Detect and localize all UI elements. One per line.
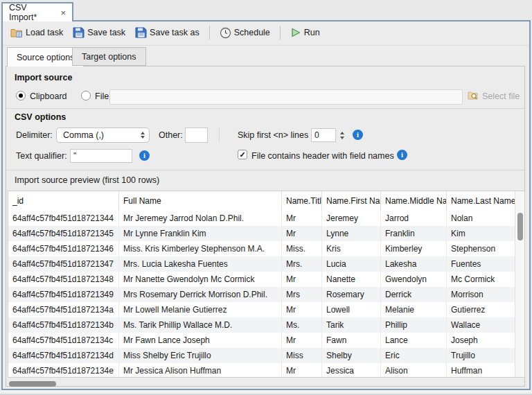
table-cell: 64aff4c57fb4f51d1872134e [8, 363, 119, 378]
table-header-row: _idFull NameName.TitleName.First NameNam… [8, 191, 515, 211]
table-cell: Gwendolyn [381, 272, 447, 287]
save-task-button[interactable]: Save task [68, 27, 130, 38]
delimiter-select[interactable]: Comma (,) [56, 128, 150, 143]
stepper-up-icon[interactable] [340, 132, 344, 134]
table-cell: Trujillo [447, 348, 515, 363]
section-divider [6, 170, 524, 170]
table-row[interactable]: 64aff4c57fb4f51d18721349Mrs Rosemary Der… [8, 287, 515, 302]
select-file-icon [468, 90, 479, 103]
skip-lines-stepper[interactable] [337, 128, 346, 142]
header-row-info-icon[interactable]: i [397, 150, 407, 160]
table-cell: Mr Lowell Melanie Gutierrez [119, 302, 282, 317]
table-cell: Phillip [381, 317, 447, 333]
table-cell: Kim [447, 226, 515, 241]
table-cell: Mr [282, 302, 322, 317]
header-row-checkbox-label: File contains header with field names [251, 151, 394, 161]
run-play-icon [290, 27, 301, 38]
table-cell: Lakesha [381, 256, 447, 272]
table-cell: Mrs. Lucia Lakesha Fuentes [119, 256, 282, 272]
schedule-button[interactable]: Schedule [215, 27, 275, 39]
table-cell: Mr Lynne Franklin Kim [119, 226, 282, 241]
table-cell: Melanie [381, 302, 447, 317]
table-cell: 64aff4c57fb4f51d18721345 [8, 226, 119, 241]
text-qualifier-info-icon[interactable]: i [139, 150, 150, 161]
header-row-checkbox[interactable]: ✓ [238, 150, 247, 159]
table-cell: Lance [381, 333, 447, 348]
table-cell: Kris [322, 241, 381, 256]
table-cell: Ms. Tarik Phillip Wallace M.D. [119, 317, 282, 333]
column-header[interactable]: _id [8, 191, 119, 211]
stepper-down-icon[interactable] [340, 137, 344, 139]
file-radio-label: File [95, 91, 109, 101]
schedule-clock-icon [220, 27, 231, 39]
save-task-icon [73, 27, 85, 38]
table-cell: Lynne [322, 226, 381, 241]
run-button[interactable]: Run [285, 27, 325, 38]
tab-target-options[interactable]: Target options [72, 47, 146, 66]
table-cell: Ms. [282, 317, 322, 333]
select-file-button[interactable]: Select file [468, 90, 520, 103]
other-delimiter-input[interactable] [185, 128, 208, 143]
table-row[interactable]: 64aff4c57fb4f51d1872134cMr Fawn Lance Jo… [8, 333, 515, 348]
vertical-scrollbar-thumb[interactable] [517, 213, 523, 240]
table-cell: Nanette [322, 272, 381, 287]
table-cell: 64aff4c57fb4f51d18721348 [8, 272, 119, 287]
save-task-as-button[interactable]: Save task as [130, 27, 204, 38]
table-row[interactable]: 64aff4c57fb4f51d1872134aMr Lowell Melani… [8, 302, 515, 317]
table-cell: 64aff4c57fb4f51d18721347 [8, 256, 119, 272]
table-cell: Nolan [447, 211, 515, 226]
column-header[interactable]: Full Name [119, 191, 282, 211]
table-row[interactable]: 64aff4c57fb4f51d18721348Mr Nanette Gwend… [8, 272, 515, 287]
text-qualifier-input[interactable]: " [70, 149, 132, 163]
csv-options-heading: CSV options [15, 112, 66, 122]
file-radio[interactable] [81, 91, 91, 100]
table-cell: Mc Cormick [447, 272, 515, 287]
table-cell: Mr [282, 211, 322, 226]
preview-caption: Import source preview (first 100 rows) [15, 175, 159, 185]
column-header[interactable]: Name.First Name [322, 191, 381, 211]
table-cell: 64aff4c57fb4f51d18721349 [8, 287, 119, 302]
tab-target-options-label: Target options [82, 52, 136, 62]
load-task-button[interactable]: Load task [6, 27, 68, 38]
table-cell: Mr Fawn Lance Joseph [119, 333, 282, 348]
table-row[interactable]: 64aff4c57fb4f51d1872134bMs. Tarik Philli… [8, 317, 515, 333]
table-cell: Wallace [447, 317, 515, 333]
text-qualifier-label: Text qualifier: [16, 151, 67, 161]
skip-lines-label: Skip first <n> lines : [238, 130, 313, 140]
table-row[interactable]: 64aff4c57fb4f51d18721345Mr Lynne Frankli… [8, 226, 515, 241]
column-header[interactable]: Name.Middle Name [381, 191, 447, 211]
table-cell: Derrick [381, 287, 447, 302]
table-cell: Stephenson [447, 241, 515, 256]
table-cell: Lucia [322, 256, 381, 272]
vertical-scrollbar[interactable] [515, 191, 524, 377]
table-cell: Miss. Kris Kimberley Stephenson M.A. [119, 241, 282, 256]
table-row[interactable]: 64aff4c57fb4f51d18721346Miss. Kris Kimbe… [8, 241, 515, 256]
window-bottom-edge [0, 390, 532, 395]
table-cell: Mrs Rosemary Derrick Morrison D.Phil. [119, 287, 282, 302]
table-cell: Mr [282, 226, 322, 241]
table-cell: Miss. [282, 241, 322, 256]
table-cell: Mr [282, 272, 322, 287]
column-header[interactable]: Name.Last Name [447, 191, 515, 211]
table-row[interactable]: 64aff4c57fb4f51d1872134dMiss Shelby Eric… [8, 348, 515, 363]
table-row[interactable]: 64aff4c57fb4f51d18721347Mrs. Lucia Lakes… [8, 256, 515, 272]
table-cell: Lowell [322, 302, 381, 317]
table-cell: Alison [381, 363, 447, 378]
table-cell: 64aff4c57fb4f51d1872134c [8, 333, 119, 348]
clipboard-radio-label: Clipboard [30, 91, 67, 101]
save-task-as-label: Save task as [150, 28, 200, 37]
run-label: Run [304, 28, 320, 37]
skip-lines-info-icon[interactable]: i [353, 130, 363, 140]
table-row[interactable]: 64aff4c57fb4f51d18721344Mr Jeremey Jarro… [8, 211, 515, 226]
horizontal-scrollbar-thumb[interactable] [9, 381, 56, 387]
skip-lines-input[interactable]: 0 [311, 128, 336, 142]
clipboard-radio[interactable] [16, 91, 26, 100]
table-cell: Jessica [322, 363, 381, 378]
table-cell: Mrs. [282, 256, 322, 272]
close-icon[interactable]: × [60, 8, 66, 17]
save-task-label: Save task [87, 28, 125, 37]
table-row[interactable]: 64aff4c57fb4f51d1872134eMr Jessica Aliso… [8, 363, 515, 378]
file-path-input[interactable] [109, 89, 463, 105]
column-header[interactable]: Name.Title [282, 191, 322, 211]
document-tab-csv-import[interactable]: CSV Import* × [1, 2, 73, 21]
